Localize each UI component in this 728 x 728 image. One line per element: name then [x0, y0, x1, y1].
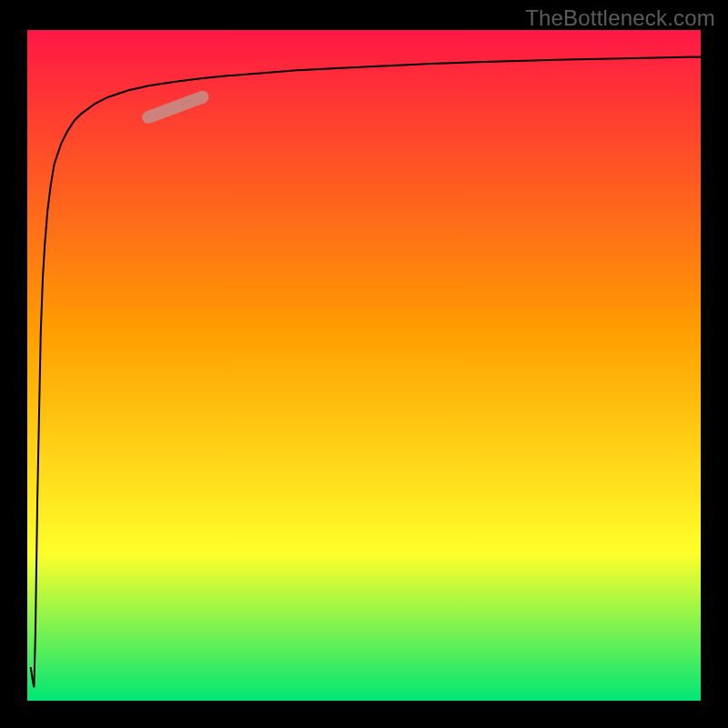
watermark-text: TheBottleneck.com [525, 5, 715, 31]
chart-background-gradient [27, 30, 701, 701]
chart-svg [0, 0, 728, 728]
chart-container: TheBottleneck.com [0, 0, 728, 728]
